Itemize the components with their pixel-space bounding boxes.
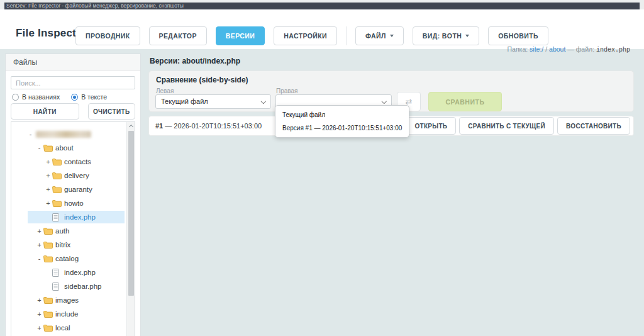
chevron-down-icon [262,99,265,103]
tree-item-root[interactable]: - [11,127,135,141]
tree-item-delivery[interactable]: +delivery [11,169,135,182]
left-select-value: Текущий файл [161,98,208,105]
radio-unchecked-icon[interactable] [12,94,19,101]
nav-button-файл[interactable]: ФАЙЛ [355,26,404,45]
folder-icon [52,158,63,165]
breadcrumb-folder-link[interactable]: about [549,45,565,53]
tree-expander-icon[interactable]: + [35,293,43,307]
left-version-select[interactable]: Текущий файл [155,94,271,109]
tree-item-auth[interactable]: +auth [11,224,135,238]
version-row-text: #1 — 2026-01-20T10:15:51+03:00 [155,122,262,130]
radio-in-names[interactable]: В названиях [12,93,60,101]
tree-expander-icon[interactable]: + [44,169,52,182]
chevron-down-icon [382,99,386,103]
sidebar-title: Файлы [6,54,140,71]
find-button[interactable]: НАЙТИ [11,103,79,120]
version-id: #1 [155,122,163,130]
caret-down-icon [390,35,394,37]
breadcrumb-label: Папка: [508,45,528,53]
window-title-bar: SenDev: File Inspector - файловый менедж… [4,3,640,9]
tree-item-include[interactable]: +include [11,307,135,321]
nav-button-проводник[interactable]: ПРОВОДНИК [75,26,140,45]
tree-item-about[interactable]: -about [11,141,135,155]
tree-item-howto[interactable]: +howto [11,196,135,210]
compare-title: Сравнение (side-by-side) [156,76,248,84]
tree-item-catalog[interactable]: -catalog [11,252,135,266]
breadcrumb-root-link[interactable]: site:/ [530,45,543,53]
breadcrumb-file-label: — файл: [567,45,594,53]
tree-expander-icon[interactable]: + [35,224,43,238]
left-select-label: Левая [156,87,174,94]
versions-panel: Версии: about/index.php Сравнение (side-… [148,53,634,336]
folder-icon [43,241,54,249]
tree-item-label: sidebar.php [64,279,101,293]
nav-button-обновить[interactable]: ОБНОВИТЬ [488,26,548,45]
compare-button[interactable]: СРАВНИТЬ [428,92,502,111]
tree-item-label: include [55,307,78,321]
nav-button-label: НАСТРОЙКИ [284,32,327,40]
tree-item-images[interactable]: +images [11,293,135,307]
nav-button-версии[interactable]: ВЕРСИИ [216,26,265,45]
tree-item-label: index.php [64,266,96,279]
file-icon [52,283,63,291]
tree-item-sidebar.php[interactable]: sidebar.php [11,279,135,293]
search-scope-radios: В названиях В тексте [12,93,107,101]
breadcrumb: Папка: site:/ / about — файл: index.php [508,45,630,53]
sidebar-files-panel: Файлы В названиях В тексте НАЙТИ ОЧИСТИТ… [5,53,141,336]
radio-checked-icon[interactable] [71,94,78,101]
tree-expander-icon[interactable]: + [44,182,52,196]
nav-button-настройки[interactable]: НАСТРОЙКИ [274,26,337,45]
tree-expander-icon[interactable]: - [35,252,43,266]
tree-scrollbar[interactable] [126,122,135,336]
version-date: — 2026-01-20T10:15:51+03:00 [165,122,262,130]
tree-item-local[interactable]: +local [11,321,135,335]
app-header: File Inspector ПРОВОДНИК РЕДАКТОР ВЕРСИИ… [0,9,644,49]
nav-button-редактор[interactable]: РЕДАКТОР [149,26,207,45]
scrollbar-thumb[interactable] [128,131,134,296]
nav-button-label: ВИД: BOTH [423,32,462,40]
tree-expander-icon[interactable]: + [35,307,43,321]
tree-item-label: catalog [55,252,79,266]
caret-down-icon [465,35,469,37]
tree-item-bitrix[interactable]: +bitrix [11,238,135,252]
folder-icon [43,324,54,332]
radio-in-names-label: В названиях [22,93,60,101]
tree-item-label: auth [55,224,69,238]
tree-expander-icon[interactable]: + [44,155,52,169]
radio-in-text[interactable]: В тексте [71,93,107,101]
tree-item-label: guaranty [64,182,92,196]
tree-expander-icon[interactable]: - [26,127,35,141]
tree-item-label: local [55,321,70,335]
breadcrumb-file-name: index.php [596,47,630,53]
tree-item-label: bitrix [55,238,70,252]
version-action-сравнить-с-текущей[interactable]: СРАВНИТЬ С ТЕКУЩЕЙ [459,117,554,135]
dropdown-option[interactable]: Текущий файл [275,108,409,121]
version-action-восстановить[interactable]: ВОССТАНОВИТЬ [557,117,630,135]
tree-item-index.php[interactable]: index.php [11,266,135,279]
tree-item-label: howto [64,196,84,210]
versions-title: Версии: about/index.php [150,57,240,65]
folder-icon [52,199,63,207]
tree-item-index.php[interactable]: index.php [11,210,135,224]
tree-expander-icon[interactable]: + [44,196,52,210]
version-action-открыть[interactable]: ОТКРЫТЬ [406,117,456,135]
nav-button-вид-both[interactable]: ВИД: BOTH [413,26,479,45]
tree-item-guaranty[interactable]: +guaranty [11,182,135,196]
tree-expander-icon[interactable]: + [35,321,43,335]
file-tree: --about+contacts+delivery+guaranty+howto… [11,121,135,336]
scrollbar-up-icon[interactable] [129,124,133,128]
tree-expander-icon[interactable]: - [35,141,43,155]
tree-item-contacts[interactable]: +contacts [11,155,135,169]
breadcrumb-separator: / [545,45,547,53]
folder-icon [43,144,54,152]
search-input[interactable] [11,76,135,89]
folder-icon [43,255,54,262]
redacted-root-name [36,131,91,138]
nav-button-label: ПРОВОДНИК [86,32,130,40]
dropdown-option[interactable]: Версия #1 — 2026-01-20T10:15:51+03:00 [275,121,409,135]
tree-expander-icon[interactable]: + [35,238,43,252]
tree-item-label: about [55,141,74,155]
clear-button[interactable]: ОЧИСТИТЬ [88,103,135,120]
folder-icon [43,227,54,235]
tree-item-label: contacts [64,155,91,169]
